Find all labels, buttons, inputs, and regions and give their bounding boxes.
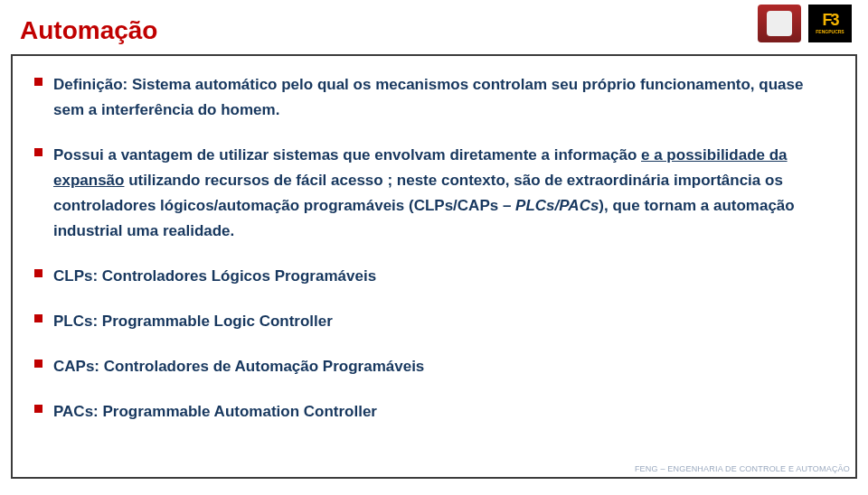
logo-text-sub: FENGPUCRS	[816, 30, 844, 35]
logo-text-main: F3	[822, 12, 837, 30]
bullet-item: CAPs: Controladores de Automação Program…	[34, 354, 834, 379]
bullet-item: Definição: Sistema automático pelo qual …	[34, 72, 834, 123]
content-frame: Definição: Sistema automático pelo qual …	[11, 54, 857, 479]
bullet-square-icon	[34, 148, 42, 156]
bullet-list: Definição: Sistema automático pelo qual …	[34, 72, 834, 425]
feng-logo-icon: F3 FENGPUCRS	[808, 5, 852, 42]
footer-text: FENG – ENGENHARIA DE CONTROLE E AUTOMAÇÃ…	[635, 464, 850, 473]
bullet-item: Possui a vantagem de utilizar sistemas q…	[34, 143, 834, 244]
page-title: Automação	[20, 16, 157, 45]
bullet-text: CAPs: Controladores de Automação Program…	[53, 354, 424, 379]
bullet-text: Definição: Sistema automático pelo qual …	[53, 72, 834, 123]
bullet-text: Possui a vantagem de utilizar sistemas q…	[53, 143, 834, 244]
bullet-item: CLPs: Controladores Lógicos Programáveis	[34, 264, 834, 289]
bullet-text: PACs: Programmable Automation Controller	[53, 399, 377, 425]
bullet-item: PACs: Programmable Automation Controller	[34, 399, 834, 425]
bullet-square-icon	[34, 78, 42, 86]
bullet-text: CLPs: Controladores Lógicos Programáveis	[53, 264, 376, 289]
bullet-square-icon	[34, 314, 42, 322]
bullet-square-icon	[34, 360, 42, 368]
bullet-text: PLCs: Programmable Logic Controller	[53, 309, 333, 334]
crest-icon	[758, 5, 801, 42]
bullet-square-icon	[34, 405, 42, 413]
bullet-item: PLCs: Programmable Logic Controller	[34, 309, 834, 334]
bullet-square-icon	[34, 269, 42, 277]
logo-area: F3 FENGPUCRS	[758, 5, 852, 42]
